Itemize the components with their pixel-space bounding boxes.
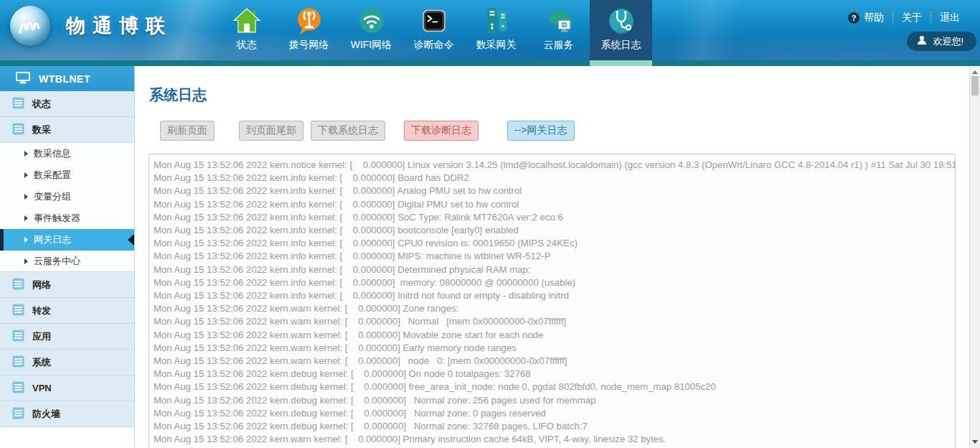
log-line: Mon Aug 15 13:52:06 2022 kern.warn kerne… — [154, 315, 955, 328]
list-icon — [12, 123, 24, 137]
sidebar-item-label: VPN — [32, 383, 52, 393]
nav-item-daq-gateway[interactable]: 数采网关 — [465, 0, 527, 60]
sidebar-item-variable-groups[interactable]: 变量分组 — [0, 186, 134, 207]
sidebar-item-label: 防火墙 — [32, 408, 60, 421]
download-diagnostic-log-button[interactable]: 下载诊断日志 — [404, 121, 479, 141]
app-page: 物通博联 状态 — [0, 0, 980, 448]
sidebar-item-label: 系统 — [32, 356, 51, 369]
wifi-icon — [357, 0, 387, 37]
logout-link[interactable]: 退出 — [930, 11, 969, 24]
monitor-icon — [16, 72, 30, 86]
person-icon — [917, 35, 927, 47]
nav-item-dialup-network[interactable]: 拨号网络 — [278, 0, 340, 60]
sidebar-item-label: 变量分组 — [34, 190, 71, 203]
sidebar-item-daq-info[interactable]: 数采信息 — [0, 143, 134, 164]
caret-right-icon — [24, 237, 28, 243]
log-line: Mon Aug 15 13:52:06 2022 kern.info kerne… — [154, 276, 955, 289]
log-toolbar: 刷新页面 到页面尾部 下载系统日志 下载诊断日志 -->网关日志 — [160, 121, 969, 141]
caret-right-icon — [24, 194, 28, 200]
log-line: Mon Aug 15 13:52:06 2022 kern.debug kern… — [154, 394, 955, 407]
scrollbar-thumb[interactable] — [971, 76, 979, 95]
sidebar-item-system[interactable]: 系统 — [0, 350, 134, 375]
device-name: WTBLNET — [39, 73, 90, 85]
list-icon — [12, 330, 24, 344]
active-tab-underline — [590, 60, 652, 66]
log-line: Mon Aug 15 13:52:06 2022 kern.info kerne… — [154, 263, 955, 276]
nav-label: WIFI网络 — [351, 39, 392, 52]
nav-label: 诊断命令 — [414, 39, 454, 52]
scroll-up-arrow-icon[interactable] — [972, 70, 978, 74]
log-line: Mon Aug 15 13:52:06 2022 kern.info kerne… — [154, 172, 955, 185]
list-icon — [12, 278, 24, 292]
sidebar-item-label: 网络 — [32, 279, 51, 291]
welcome-label: 欢迎您! — [933, 35, 963, 48]
question-icon: ? — [848, 12, 859, 24]
nav-item-diagnostic-command[interactable]: 诊断命令 — [402, 0, 465, 60]
log-line: Mon Aug 15 13:52:06 2022 kern.warn kerne… — [154, 302, 955, 315]
sidebar: WTBLNET 状态 数采 数采信息 数采配置 变量分组 事件触发器 网关日 — [0, 66, 135, 448]
log-line: Mon Aug 15 13:52:06 2022 kern.warn kerne… — [154, 342, 955, 355]
log-line: Mon Aug 15 13:52:06 2022 kern.notice ker… — [154, 159, 955, 172]
system-log-output[interactable]: Mon Aug 15 13:52:06 2022 kern.notice ker… — [149, 154, 956, 448]
list-icon — [12, 407, 24, 421]
sidebar-item-application[interactable]: 应用 — [0, 324, 134, 350]
sidebar-item-label: 数采信息 — [34, 147, 71, 160]
log-line: Mon Aug 15 13:52:06 2022 kern.info kerne… — [154, 211, 955, 224]
home-icon — [232, 0, 262, 37]
list-icon — [12, 355, 24, 370]
stethoscope-icon — [606, 0, 636, 37]
log-line: Mon Aug 15 13:52:06 2022 kern.info kerne… — [154, 250, 955, 263]
nav-item-wifi-network[interactable]: WIFI网络 — [340, 0, 402, 60]
nav-item-cloud-service[interactable]: 云服务 — [527, 0, 590, 60]
sidebar-item-firewall[interactable]: 防火墙 — [0, 401, 134, 427]
top-navigation: 状态 拨号网络 — [215, 0, 652, 60]
sidebar-item-label: 应用 — [32, 330, 51, 343]
sidebar-item-label: 事件触发器 — [34, 212, 80, 225]
sidebar-item-daq-config[interactable]: 数采配置 — [0, 164, 134, 186]
page-scrollbar[interactable] — [969, 66, 980, 448]
go-to-page-bottom-button[interactable]: 到页面尾部 — [239, 121, 303, 141]
about-link[interactable]: 关于 — [892, 11, 930, 24]
log-line: Mon Aug 15 13:52:06 2022 kern.info kerne… — [154, 224, 955, 237]
logout-label: 退出 — [940, 11, 960, 24]
sidebar-item-vpn[interactable]: VPN — [0, 375, 134, 401]
log-line: Mon Aug 15 13:52:06 2022 kern.warn kerne… — [154, 433, 955, 446]
log-line: Mon Aug 15 13:52:06 2022 kern.info kerne… — [154, 237, 955, 250]
help-link[interactable]: ? 帮助 — [839, 11, 892, 24]
sidebar-item-network[interactable]: 网络 — [0, 272, 134, 298]
goto-gateway-log-button[interactable]: -->网关日志 — [507, 121, 575, 141]
scroll-down-arrow-icon[interactable] — [972, 440, 978, 444]
sidebar-item-cloud-service-center[interactable]: 云服务中心 — [0, 251, 134, 272]
nav-item-status[interactable]: 状态 — [215, 0, 278, 60]
banner-underline-strip — [0, 60, 980, 66]
download-system-log-button[interactable]: 下载系统日志 — [311, 121, 385, 141]
brand-logo: 物通博联 — [10, 6, 172, 46]
caret-right-icon — [24, 215, 28, 221]
log-line: Mon Aug 15 13:52:06 2022 kern.debug kern… — [154, 381, 955, 393]
sidebar-item-daq[interactable]: 数采 — [0, 117, 134, 143]
top-banner: 物通博联 状态 — [0, 0, 980, 60]
nav-label: 系统日志 — [601, 39, 641, 52]
sidebar-header-device[interactable]: WTBLNET — [0, 66, 134, 91]
sidebar-item-label: 数采配置 — [34, 169, 71, 182]
sidebar-item-status[interactable]: 状态 — [0, 91, 134, 117]
main-content: 系统日志 刷新页面 到页面尾部 下载系统日志 下载诊断日志 -->网关日志 Mo… — [136, 66, 969, 448]
sidebar-item-label: 状态 — [32, 98, 51, 111]
log-line: Mon Aug 15 13:52:06 2022 kern.info kerne… — [154, 198, 955, 211]
cloud-service-icon — [544, 0, 574, 37]
help-label: 帮助 — [864, 11, 884, 24]
page-title: 系统日志 — [149, 85, 969, 105]
sidebar-item-gateway-log[interactable]: 网关日志 — [0, 229, 134, 251]
sidebar-item-event-trigger[interactable]: 事件触发器 — [0, 207, 134, 229]
welcome-user-button[interactable]: 欢迎您! — [907, 32, 976, 51]
sidebar-item-forwarding[interactable]: 转发 — [0, 298, 134, 324]
terminal-icon — [419, 0, 449, 37]
list-icon — [12, 381, 24, 396]
nav-label: 拨号网络 — [289, 39, 329, 52]
nav-item-system-log[interactable]: 系统日志 — [590, 0, 652, 60]
refresh-page-button[interactable]: 刷新页面 — [160, 121, 215, 141]
list-icon — [12, 304, 24, 318]
top-utility-links: ? 帮助 关于 退出 — [839, 11, 969, 24]
globe-logo-icon — [10, 6, 50, 46]
log-line: Mon Aug 15 13:52:06 2022 kern.info kerne… — [154, 185, 955, 197]
